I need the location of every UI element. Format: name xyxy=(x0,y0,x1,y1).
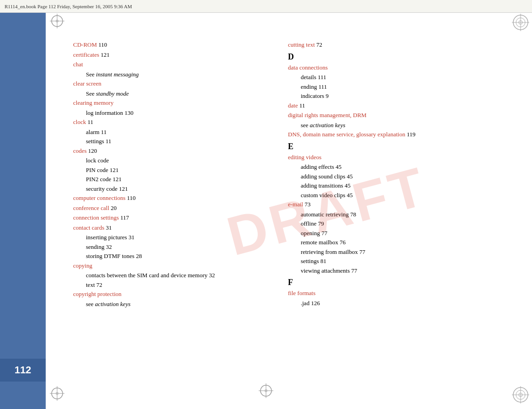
list-item: data connections xyxy=(288,63,494,72)
list-item: digital rights management, DRM xyxy=(288,111,494,120)
copyright-see-ref: activation keys xyxy=(95,301,131,307)
list-item: inserting pictures 31 xyxy=(73,233,270,242)
list-item: PIN code 121 xyxy=(73,166,270,175)
list-item: .jad 126 xyxy=(288,299,494,308)
list-item: text 72 xyxy=(73,280,270,290)
list-item: sending 32 xyxy=(73,242,270,252)
list-item: indicators 9 xyxy=(288,91,494,101)
list-item: storing DTMF tones 28 xyxy=(73,252,270,261)
list-item: PIN2 code 121 xyxy=(73,175,270,184)
main-content: CD-ROM 110 certificates 121 chat See ins… xyxy=(46,13,532,409)
list-item: clock 11 xyxy=(73,118,270,127)
digital-rights-see-ref: activation keys xyxy=(310,122,346,129)
list-item: retrieving from mailbox 77 xyxy=(288,248,494,257)
contact-cards-link[interactable]: contact cards xyxy=(73,224,104,231)
list-item: clear screen xyxy=(73,79,270,88)
list-item: chat xyxy=(73,60,270,69)
list-item: settings 11 xyxy=(73,137,270,146)
clear-screen-link[interactable]: clear screen xyxy=(73,80,101,87)
certificates-link[interactable]: certificates xyxy=(73,51,99,58)
chat-link[interactable]: chat xyxy=(73,61,83,68)
list-item: computer connections 110 xyxy=(73,194,270,203)
header-text: R1114_en.book Page 112 Friday, September… xyxy=(5,4,132,9)
list-item: adding effects 45 xyxy=(288,162,494,172)
copyright-protection-link[interactable]: copyright protection xyxy=(73,291,122,297)
list-item: e-mail 73 xyxy=(288,200,494,209)
codes-link[interactable]: codes xyxy=(73,147,87,154)
list-item: lock code xyxy=(73,156,270,165)
list-item: copyright protection xyxy=(73,290,270,299)
cd-rom-link[interactable]: CD-ROM xyxy=(73,41,97,48)
list-item: codes 120 xyxy=(73,146,270,156)
left-sidebar: 112 xyxy=(0,13,46,409)
data-connections-link[interactable]: data connections xyxy=(288,64,328,71)
list-item: copying xyxy=(73,261,270,270)
list-item: cutting text 72 xyxy=(288,40,494,49)
clear-screen-see-ref: standby mode xyxy=(96,90,129,97)
clock-link[interactable]: clock xyxy=(73,118,86,125)
list-item: settings 81 xyxy=(288,257,494,266)
list-item: date 11 xyxy=(288,101,494,110)
right-index-column: cutting text 72 D data connections detai… xyxy=(288,40,494,391)
list-item: adding sound clips 45 xyxy=(288,172,494,181)
section-letter-e: E xyxy=(288,142,494,151)
list-item: connection settings 117 xyxy=(73,213,270,222)
cutting-text-link[interactable]: cutting text xyxy=(288,41,315,48)
copying-link[interactable]: copying xyxy=(73,262,92,269)
list-item: file formats xyxy=(288,289,494,298)
conference-call-link[interactable]: conference call xyxy=(73,204,109,211)
list-item: security code 121 xyxy=(73,184,270,194)
chat-see-ref: instant messaging xyxy=(96,71,139,78)
section-letter-d: D xyxy=(288,52,494,62)
dns-link[interactable]: DNS, domain name service, glossary expla… xyxy=(288,131,405,138)
file-formats-link[interactable]: file formats xyxy=(288,290,315,296)
header-bar: R1114_en.book Page 112 Friday, September… xyxy=(0,0,532,13)
list-item: offline 79 xyxy=(288,219,494,228)
section-letter-f: F xyxy=(288,278,494,287)
list-item: See instant messaging xyxy=(73,70,270,79)
computer-connections-link[interactable]: computer connections xyxy=(73,194,125,201)
list-item: details 111 xyxy=(288,73,494,82)
list-item: opening 77 xyxy=(288,229,494,238)
list-item: CD-ROM 110 xyxy=(73,40,270,49)
list-item: viewing attachments 77 xyxy=(288,266,494,275)
list-item: See standby mode xyxy=(73,89,270,98)
list-item: automatic retrieving 78 xyxy=(288,210,494,219)
page-number-box: 112 xyxy=(0,359,46,382)
email-link[interactable]: e-mail xyxy=(288,201,303,208)
list-item: clearing memory xyxy=(73,98,270,108)
list-item: custom video clips 45 xyxy=(288,191,494,200)
list-item: editing videos xyxy=(288,153,494,162)
list-item: ending 111 xyxy=(288,82,494,91)
page-number: 112 xyxy=(15,364,32,376)
list-item: log information 130 xyxy=(73,108,270,118)
list-item: certificates 121 xyxy=(73,50,270,59)
list-item: DNS, domain name service, glossary expla… xyxy=(288,130,494,139)
digital-rights-link[interactable]: digital rights management, DRM xyxy=(288,112,367,118)
clearing-memory-link[interactable]: clearing memory xyxy=(73,99,113,106)
list-item: remote mailbox 76 xyxy=(288,238,494,247)
list-item: contacts between the SIM card and device… xyxy=(73,271,270,280)
editing-videos-link[interactable]: editing videos xyxy=(288,154,321,161)
list-item: see activation keys xyxy=(288,121,494,130)
date-link[interactable]: date xyxy=(288,102,298,109)
list-item: contact cards 31 xyxy=(73,223,270,232)
list-item: conference call 20 xyxy=(73,204,270,213)
list-item: adding transitions 45 xyxy=(288,181,494,190)
connection-settings-link[interactable]: connection settings xyxy=(73,214,119,221)
list-item: alarm 11 xyxy=(73,128,270,137)
list-item: see activation keys xyxy=(73,300,270,309)
left-index-column: CD-ROM 110 certificates 121 chat See ins… xyxy=(73,40,270,391)
